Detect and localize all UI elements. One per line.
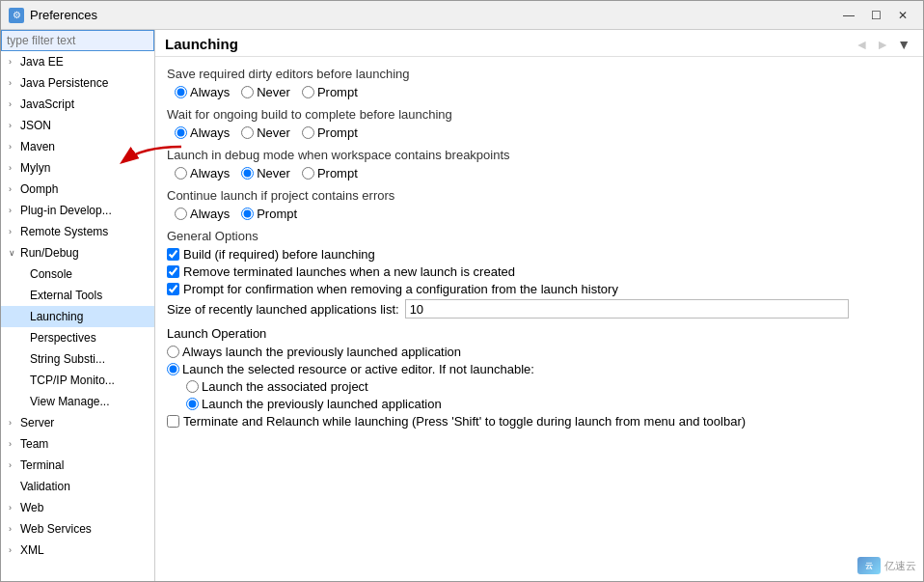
- prompt-confirmation-option: Prompt for confirmation when removing a …: [167, 282, 911, 296]
- sidebar-item-oomph[interactable]: ›Oomph: [1, 179, 154, 200]
- sidebar-item-string-substi[interactable]: String Substi...: [1, 348, 154, 370]
- sidebar-item-perspectives[interactable]: Perspectives: [1, 327, 154, 348]
- ongoing-build-label: Wait for ongoing build to complete befor…: [167, 107, 911, 122]
- lo-selected-radio[interactable]: [167, 363, 179, 375]
- prompt-confirmation-checkbox[interactable]: [167, 283, 179, 295]
- sidebar-item-remote-systems[interactable]: ›Remote Systems: [1, 221, 154, 242]
- sidebar-item-tcpip-monito[interactable]: TCP/IP Monito...: [1, 370, 154, 391]
- sidebar-item-console[interactable]: Console: [1, 263, 154, 285]
- java-persistence-arrow-icon: ›: [9, 74, 18, 92]
- dirty-always-option[interactable]: Always: [175, 85, 230, 99]
- debug-always-radio[interactable]: [175, 167, 187, 180]
- sidebar-item-web[interactable]: ›Web: [1, 497, 154, 518]
- nav-back-button[interactable]: ◄: [852, 37, 871, 52]
- lo-always-option[interactable]: Always launch the previously launched ap…: [167, 345, 911, 359]
- dirty-never-option[interactable]: Never: [241, 85, 290, 99]
- lo-selected-option[interactable]: Launch the selected resource or active e…: [167, 362, 911, 376]
- build-required-label[interactable]: Build (if required) before launching: [183, 247, 375, 262]
- lo-prev-label: Launch the previously launched applicati…: [202, 397, 442, 411]
- terminate-relaunch-checkbox[interactable]: [167, 415, 179, 428]
- general-options-section: General Options Build (if required) befo…: [167, 229, 911, 319]
- watermark: 云 亿速云: [857, 557, 916, 574]
- sidebar-item-label-run-debug: Run/Debug: [20, 244, 79, 262]
- sidebar-item-view-manage[interactable]: View Manage...: [1, 391, 154, 412]
- plug-in-develop-arrow-icon: ›: [9, 202, 18, 219]
- dirty-never-radio[interactable]: [241, 86, 254, 98]
- sidebar-item-launching[interactable]: Launching: [1, 306, 154, 327]
- lo-sub-options: Launch the associated project Launch the…: [186, 379, 911, 411]
- debug-prompt-label: Prompt: [317, 166, 358, 180]
- lo-assoc-radio[interactable]: [186, 380, 199, 393]
- debug-never-option[interactable]: Never: [241, 166, 290, 180]
- panel-body: Save required dirty editors before launc…: [155, 57, 923, 581]
- main-panel: Launching ◄ ► ▼ Save required dirty edit…: [155, 30, 923, 581]
- debug-never-radio[interactable]: [241, 167, 254, 180]
- errors-prompt-option[interactable]: Prompt: [241, 207, 297, 221]
- dirty-prompt-option[interactable]: Prompt: [302, 85, 358, 99]
- build-prompt-radio[interactable]: [302, 126, 314, 139]
- project-errors-label: Continue launch if project contains erro…: [167, 188, 911, 203]
- javascript-arrow-icon: ›: [9, 96, 18, 113]
- sidebar-item-javascript[interactable]: ›JavaScript: [1, 94, 154, 115]
- lo-assoc-option[interactable]: Launch the associated project: [186, 379, 911, 394]
- sidebar-item-run-debug[interactable]: ∨Run/Debug: [1, 242, 154, 263]
- errors-always-radio[interactable]: [175, 208, 187, 220]
- build-never-radio[interactable]: [241, 126, 254, 139]
- debug-prompt-radio[interactable]: [302, 167, 314, 180]
- sidebar-item-label-java-persistence: Java Persistence: [20, 74, 108, 92]
- sidebar-item-terminal[interactable]: ›Terminal: [1, 455, 154, 476]
- debug-prompt-option[interactable]: Prompt: [302, 166, 358, 180]
- errors-always-option[interactable]: Always: [175, 207, 230, 221]
- sidebar-item-external-tools[interactable]: External Tools: [1, 285, 154, 306]
- errors-prompt-radio[interactable]: [241, 208, 254, 220]
- sidebar-item-json[interactable]: ›JSON: [1, 115, 154, 136]
- prompt-confirmation-label[interactable]: Prompt for confirmation when removing a …: [183, 282, 618, 296]
- build-required-option: Build (if required) before launching: [167, 247, 911, 262]
- sidebar-item-xml[interactable]: ›XML: [1, 540, 154, 561]
- sidebar-item-label-javascript: JavaScript: [20, 96, 74, 113]
- build-always-option[interactable]: Always: [175, 125, 230, 140]
- sidebar-item-label-external-tools: External Tools: [30, 287, 102, 304]
- mylyn-arrow-icon: ›: [9, 159, 18, 177]
- build-required-checkbox[interactable]: [167, 248, 179, 261]
- sidebar-item-plug-in-develop[interactable]: ›Plug-in Develop...: [1, 200, 154, 221]
- sidebar-item-label-xml: XML: [20, 541, 44, 559]
- sidebar-item-validation[interactable]: Validation: [1, 476, 154, 497]
- maximize-button[interactable]: ☐: [863, 6, 888, 25]
- minimize-button[interactable]: —: [836, 6, 861, 25]
- sidebar-item-java-persistence[interactable]: ›Java Persistence: [1, 72, 154, 94]
- filter-input[interactable]: [1, 30, 154, 51]
- sidebar-item-team[interactable]: ›Team: [1, 433, 154, 455]
- remove-terminated-option: Remove terminated launches when a new la…: [167, 264, 911, 279]
- dirty-prompt-radio[interactable]: [302, 86, 314, 98]
- sidebar-item-maven[interactable]: ›Maven: [1, 136, 154, 157]
- build-never-label: Never: [257, 125, 290, 140]
- build-prompt-option[interactable]: Prompt: [302, 125, 358, 140]
- sidebar-item-server[interactable]: ›Server: [1, 412, 154, 433]
- lo-always-radio[interactable]: [167, 346, 179, 358]
- build-always-label: Always: [190, 125, 230, 140]
- nav-dropdown-button[interactable]: ▼: [894, 37, 913, 52]
- size-input[interactable]: [405, 299, 849, 319]
- web-services-arrow-icon: ›: [9, 520, 18, 538]
- sidebar-item-web-services[interactable]: ›Web Services: [1, 518, 154, 540]
- dirty-always-radio[interactable]: [175, 86, 187, 98]
- lo-prev-option[interactable]: Launch the previously launched applicati…: [186, 397, 911, 411]
- sidebar-item-label-team: Team: [20, 435, 48, 453]
- sidebar-item-java-ee[interactable]: ›Java EE: [1, 51, 154, 72]
- ongoing-build-section: Wait for ongoing build to complete befor…: [167, 107, 911, 140]
- debug-always-option[interactable]: Always: [175, 166, 230, 180]
- build-never-option[interactable]: Never: [241, 125, 290, 140]
- nav-forward-button[interactable]: ►: [873, 37, 892, 52]
- remove-terminated-label[interactable]: Remove terminated launches when a new la…: [183, 264, 515, 279]
- launch-op-stack: Always launch the previously launched ap…: [167, 345, 911, 431]
- remove-terminated-checkbox[interactable]: [167, 265, 179, 278]
- terminate-relaunch-label[interactable]: Terminate and Relaunch while launching (…: [183, 414, 746, 429]
- sidebar-list: ›Java EE›Java Persistence›JavaScript›JSO…: [1, 51, 154, 561]
- window-title: Preferences: [30, 8, 97, 22]
- build-always-radio[interactable]: [175, 126, 187, 139]
- close-button[interactable]: ✕: [890, 6, 915, 25]
- sidebar-item-mylyn[interactable]: ›Mylyn: [1, 157, 154, 179]
- lo-prev-radio[interactable]: [186, 398, 199, 410]
- build-prompt-label: Prompt: [317, 125, 358, 140]
